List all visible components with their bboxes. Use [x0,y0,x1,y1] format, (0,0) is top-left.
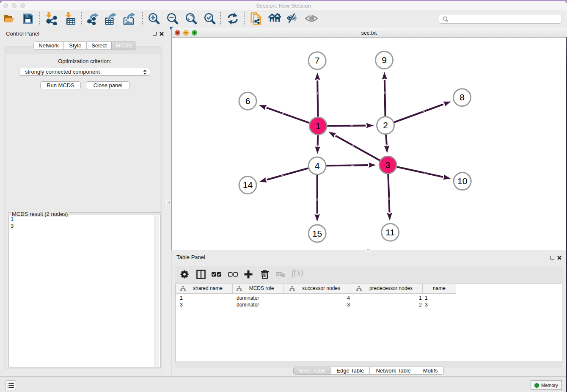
svg-text:2: 2 [383,120,388,130]
svg-text:8: 8 [460,92,465,102]
svg-text:9: 9 [382,55,387,65]
svg-text:4: 4 [315,161,320,171]
svg-text:1: 1 [316,121,321,131]
svg-text:3: 3 [385,160,391,170]
svg-text:11: 11 [385,227,395,237]
svg-text:15: 15 [312,229,322,238]
svg-text:14: 14 [243,180,253,190]
svg-text:10: 10 [457,176,467,186]
svg-text:7: 7 [315,55,320,65]
svg-text:6: 6 [245,96,250,106]
